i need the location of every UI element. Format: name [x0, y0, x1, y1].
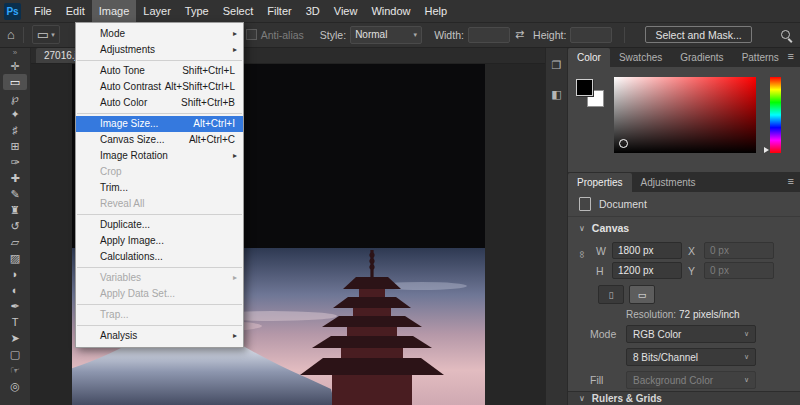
menu-item-auto-contrast[interactable]: Auto Contrast Alt+Shift+Ctrl+L: [76, 79, 243, 95]
menu-item-image-rotation[interactable]: Image Rotation ▸: [76, 148, 243, 164]
menu-separator: [77, 214, 242, 215]
menu-help[interactable]: Help: [418, 0, 455, 22]
tool-eraser[interactable]: ▱: [3, 234, 27, 250]
tool-brush[interactable]: ✎: [3, 186, 27, 202]
menu-item-shortcut: Shift+Ctrl+B: [181, 95, 235, 111]
mode-row: Mode RGB Color ∨: [590, 325, 800, 343]
width-input[interactable]: [468, 27, 510, 43]
menu-item-trim[interactable]: Trim...: [76, 180, 243, 196]
menu-image[interactable]: Image: [92, 0, 137, 22]
tool-zoom[interactable]: ◎: [3, 378, 27, 394]
portrait-orientation-button[interactable]: ▯: [598, 285, 624, 304]
tab-swatches[interactable]: Swatches: [610, 48, 671, 67]
tool-gradient[interactable]: ▨: [3, 250, 27, 266]
menu-item-canvas-size[interactable]: Canvas Size... Alt+Ctrl+C: [76, 132, 243, 148]
tool-blur[interactable]: ◗: [3, 266, 27, 282]
menu-edit[interactable]: Edit: [59, 0, 92, 22]
home-icon[interactable]: ⌂: [7, 28, 15, 41]
anti-alias-checkbox[interactable]: [246, 29, 257, 40]
tab-patterns[interactable]: Patterns: [733, 48, 788, 67]
hue-marker-icon[interactable]: [764, 147, 769, 153]
canvas-height-field[interactable]: 1200 px: [612, 262, 682, 279]
tool-horizontal-type[interactable]: T: [3, 314, 27, 330]
right-panel-area: ❐ ◧ Color Swatches Gradients Patterns ≡: [545, 47, 800, 405]
tab-color[interactable]: Color: [568, 48, 610, 67]
saturation-brightness-field[interactable]: [614, 77, 756, 153]
foreground-color-swatch[interactable]: [576, 79, 593, 96]
menu-item-duplicate[interactable]: Duplicate...: [76, 217, 243, 233]
menu-3d[interactable]: 3D: [299, 0, 327, 22]
landscape-orientation-button[interactable]: ▭: [629, 285, 655, 304]
chevron-down-icon: ▾: [51, 31, 55, 39]
tool-clone-stamp[interactable]: ♜: [3, 202, 27, 218]
chevron-down-icon: ∨: [744, 376, 749, 384]
menu-filter[interactable]: Filter: [260, 0, 298, 22]
collapse-panels-icon[interactable]: ❐: [552, 59, 562, 72]
menu-item-apply-image[interactable]: Apply Image...: [76, 233, 243, 249]
menu-item-auto-color[interactable]: Auto Color Shift+Ctrl+B: [76, 95, 243, 111]
mode-label: Mode: [590, 328, 618, 340]
tool-rectangle[interactable]: ▢: [3, 346, 27, 362]
tool-quick-selection[interactable]: ✦: [3, 106, 27, 122]
color-panel: [568, 67, 800, 172]
menu-item-image-size[interactable]: Image Size... Alt+Ctrl+I: [76, 116, 243, 132]
submenu-arrow-icon: ▸: [233, 270, 237, 286]
style-select[interactable]: Normal ▾: [350, 26, 422, 44]
tool-move[interactable]: ✛: [3, 58, 27, 74]
hue-slider[interactable]: [770, 77, 781, 153]
menu-item-label: Duplicate...: [100, 217, 150, 233]
tab-properties[interactable]: Properties: [568, 173, 632, 192]
menu-select[interactable]: Select: [216, 0, 261, 22]
rulers-grids-section-header[interactable]: ∨ Rulers & Grids: [568, 391, 800, 405]
menu-separator: [77, 60, 242, 61]
tool-rectangular-marquee[interactable]: ▭: [3, 74, 27, 90]
menu-item-analysis[interactable]: Analysis ▸: [76, 328, 243, 344]
canvas-y-field: 0 px: [704, 262, 774, 279]
resolution-label: Resolution:: [626, 309, 676, 320]
photoshop-logo-icon[interactable]: Ps: [4, 3, 21, 20]
panel-menu-icon[interactable]: ≡: [788, 50, 794, 62]
tool-crop[interactable]: ♯: [3, 122, 27, 138]
options-divider: [624, 27, 625, 43]
tool-frame[interactable]: ⊞: [3, 138, 27, 154]
toolbar-collapse-icon[interactable]: »: [13, 48, 17, 58]
tool-hand[interactable]: ☞: [3, 362, 27, 378]
menu-view[interactable]: View: [327, 0, 365, 22]
foreground-background-swatches: [576, 79, 608, 111]
tab-adjustments[interactable]: Adjustments: [632, 173, 705, 192]
select-and-mask-button[interactable]: Select and Mask...: [645, 26, 751, 43]
tool-pen[interactable]: ✒: [3, 298, 27, 314]
menu-layer[interactable]: Layer: [136, 0, 178, 22]
bit-depth-select[interactable]: 8 Bits/Channel ∨: [626, 348, 756, 366]
tool-eyedropper[interactable]: ✑: [3, 154, 27, 170]
menu-item-mode[interactable]: Mode ▸: [76, 26, 243, 42]
swap-dimensions-icon[interactable]: ⇄: [515, 28, 524, 41]
menu-item-label: Image Rotation: [100, 148, 168, 164]
color-mode-select[interactable]: RGB Color ∨: [626, 325, 756, 343]
tool-preset-button[interactable]: ▭ ▾: [32, 25, 60, 44]
menu-item-shortcut: Shift+Ctrl+L: [182, 63, 235, 79]
menu-item-adjustments[interactable]: Adjustments ▸: [76, 42, 243, 58]
menu-item-label: Auto Tone: [100, 63, 145, 79]
menu-file[interactable]: File: [27, 0, 59, 22]
tool-path-selection[interactable]: ➤: [3, 330, 27, 346]
menu-item-calculations[interactable]: Calculations...: [76, 249, 243, 265]
canvas-section-header[interactable]: ∨ Canvas: [568, 217, 800, 239]
panel-menu-icon[interactable]: ≡: [788, 175, 794, 187]
canvas-width-field[interactable]: 1800 px: [612, 242, 682, 259]
tool-history-brush[interactable]: ↺: [3, 218, 27, 234]
anti-alias-label: Anti-alias: [261, 29, 304, 41]
search-icon[interactable]: [781, 30, 790, 39]
workspace-panel-icon[interactable]: ◧: [551, 88, 561, 101]
tool-lasso[interactable]: ℘: [3, 90, 27, 106]
menu-item-auto-tone[interactable]: Auto Tone Shift+Ctrl+L: [76, 63, 243, 79]
tool-dodge[interactable]: ◐: [3, 282, 27, 298]
menu-type[interactable]: Type: [178, 0, 216, 22]
tool-spot-healing-brush[interactable]: ✚: [3, 170, 27, 186]
photoshop-window: Ps File Edit Image Layer Type Select Fil…: [0, 0, 800, 405]
height-input[interactable]: [570, 27, 612, 43]
link-dimensions-icon[interactable]: ∞: [577, 251, 588, 258]
menu-window[interactable]: Window: [364, 0, 417, 22]
color-marker[interactable]: [619, 139, 628, 148]
tab-gradients[interactable]: Gradients: [671, 48, 732, 67]
